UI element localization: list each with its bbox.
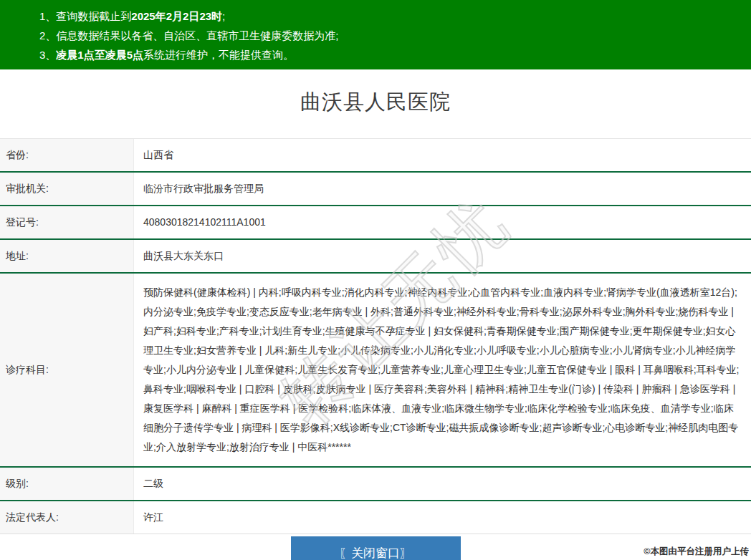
row-label: 地址: xyxy=(0,240,134,272)
row-value: 预防保健科(健康体检科) | 内科;呼吸内科专业;消化内科专业;神经内科专业;心… xyxy=(134,274,751,466)
notice-text: ; xyxy=(222,10,225,22)
table-row-medical-subjects: 诊疗科目: 预防保健科(健康体检科) | 内科;呼吸内科专业;消化内科专业;神经… xyxy=(0,274,751,468)
notice-bold-text: 凌晨1点至凌晨5点 xyxy=(56,49,143,61)
row-value: 山西省 xyxy=(134,139,751,171)
row-value: 二级 xyxy=(134,468,751,500)
row-label: 诊疗科目: xyxy=(0,274,134,466)
notice-bar: 1、查询数据截止到2025年2月2日23时; 2、信息数据结果以各省、自治区、直… xyxy=(0,0,751,69)
row-value: 曲沃县大东关东口 xyxy=(134,240,751,272)
row-label: 登记号: xyxy=(0,206,134,238)
close-window-button[interactable]: 〖关闭窗口〗 xyxy=(291,536,461,560)
notice-text: 1、查询数据截止到 xyxy=(39,10,131,22)
page-title: 曲沃县人民医院 xyxy=(0,88,751,117)
hospital-detail-table: 省份: 山西省 审批机关: 临汾市行政审批服务管理局 登记号: 40803018… xyxy=(0,138,751,534)
row-value: 许江 xyxy=(134,501,751,534)
notice-line-1: 1、查询数据截止到2025年2月2日23时; xyxy=(39,6,737,26)
notice-text: 3、 xyxy=(39,49,56,61)
row-label: 省份: xyxy=(0,139,134,171)
table-row-approval-authority: 审批机关: 临汾市行政审批服务管理局 xyxy=(0,173,751,206)
notice-text: 2、信息数据结果以各省、自治区、直辖市卫生健康委数据为准; xyxy=(39,29,339,42)
notice-bold-text: 2025年2月2日23时 xyxy=(131,10,222,22)
table-row-province: 省份: 山西省 xyxy=(0,139,751,173)
row-value: 40803018214102111A1001 xyxy=(134,206,751,238)
row-label: 级别: xyxy=(0,468,134,500)
table-row-level: 级别: 二级 xyxy=(0,468,751,501)
notice-line-3: 3、凌晨1点至凌晨5点系统进行维护，不能提供查询。 xyxy=(39,45,737,64)
table-row-address: 地址: 曲沃县大东关东口 xyxy=(0,240,751,274)
notice-text: 系统进行维护，不能提供查询。 xyxy=(143,49,294,61)
row-label: 法定代表人: xyxy=(0,501,134,534)
row-value: 临汾市行政审批服务管理局 xyxy=(134,173,751,205)
notice-line-2: 2、信息数据结果以各省、自治区、直辖市卫生健康委数据为准; xyxy=(39,26,737,45)
table-row-registration-number: 登记号: 40803018214102111A1001 xyxy=(0,206,751,240)
table-row-legal-representative: 法定代表人: 许江 xyxy=(0,501,751,534)
upload-note: ©本图由平台注册用户上传 xyxy=(644,546,749,558)
row-label: 审批机关: xyxy=(0,173,134,205)
